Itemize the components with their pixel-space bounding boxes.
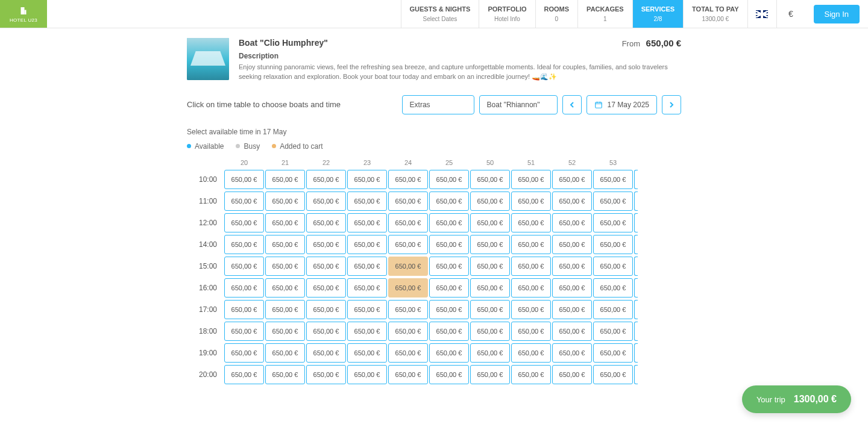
time-slot[interactable]: 650,00 € [224, 278, 264, 298]
time-slot[interactable]: 650,00 € [511, 278, 551, 298]
time-slot[interactable]: 650,00 € [388, 278, 428, 298]
overflow-slot[interactable] [634, 235, 638, 254]
time-slot[interactable]: 650,00 € [552, 235, 592, 254]
language-selector[interactable] [747, 0, 776, 28]
time-slot[interactable]: 650,00 € [511, 235, 551, 254]
boat-select[interactable]: Boat "Rhiannon" [479, 95, 558, 114]
time-slot[interactable]: 650,00 € [388, 257, 428, 276]
time-slot[interactable]: 650,00 € [593, 170, 633, 189]
time-slot[interactable]: 650,00 € [429, 192, 469, 211]
time-slot[interactable]: 650,00 € [552, 300, 592, 319]
time-slot[interactable]: 650,00 € [470, 257, 510, 276]
time-slot[interactable]: 650,00 € [265, 213, 305, 232]
nav-item-0[interactable]: GUESTS & NIGHTSSelect Dates [401, 0, 479, 28]
time-slot[interactable]: 650,00 € [224, 213, 264, 232]
time-slot[interactable]: 650,00 € [593, 235, 633, 254]
overflow-slot[interactable] [634, 343, 638, 363]
extras-select[interactable]: Extras [402, 95, 474, 114]
time-slot[interactable]: 650,00 € [470, 343, 510, 363]
time-slot[interactable]: 650,00 € [224, 322, 264, 341]
time-slot[interactable]: 650,00 € [306, 322, 346, 341]
time-slot[interactable]: 650,00 € [306, 235, 346, 254]
time-slot[interactable]: 650,00 € [552, 170, 592, 189]
date-prev-button[interactable] [562, 95, 582, 114]
overflow-slot[interactable] [634, 322, 638, 341]
time-slot[interactable]: 650,00 € [552, 322, 592, 341]
time-slot[interactable]: 650,00 € [470, 170, 510, 189]
trip-summary-pill[interactable]: Your trip 1300,00 € [742, 385, 851, 413]
time-slot[interactable]: 650,00 € [306, 300, 346, 319]
time-slot[interactable]: 650,00 € [470, 192, 510, 211]
time-slot[interactable]: 650,00 € [511, 213, 551, 232]
time-slot[interactable]: 650,00 € [265, 235, 305, 254]
time-slot[interactable]: 650,00 € [347, 192, 387, 211]
time-slot[interactable]: 650,00 € [224, 300, 264, 319]
time-slot[interactable]: 650,00 € [388, 343, 428, 363]
time-slot[interactable]: 650,00 € [552, 257, 592, 276]
time-slot[interactable]: 650,00 € [552, 192, 592, 211]
time-slot[interactable]: 650,00 € [265, 278, 305, 298]
time-slot[interactable]: 650,00 € [224, 192, 264, 211]
nav-item-3[interactable]: PACKAGES1 [577, 0, 632, 28]
overflow-slot[interactable] [634, 257, 638, 276]
time-slot[interactable]: 650,00 € [388, 213, 428, 232]
time-slot[interactable]: 650,00 € [511, 343, 551, 363]
time-slot[interactable]: 650,00 € [552, 278, 592, 298]
time-slot[interactable]: 650,00 € [429, 322, 469, 341]
time-slot[interactable]: 650,00 € [306, 365, 346, 384]
nav-item-1[interactable]: PORTFOLIOHotel Info [479, 0, 535, 28]
time-slot[interactable]: 650,00 € [388, 365, 428, 384]
time-slot[interactable]: 650,00 € [224, 170, 264, 189]
time-slot[interactable]: 650,00 € [511, 322, 551, 341]
overflow-slot[interactable] [634, 278, 638, 298]
overflow-slot[interactable] [634, 170, 638, 189]
time-slot[interactable]: 650,00 € [593, 365, 633, 384]
time-slot[interactable]: 650,00 € [593, 300, 633, 319]
time-slot[interactable]: 650,00 € [470, 278, 510, 298]
time-slot[interactable]: 650,00 € [429, 365, 469, 384]
time-slot[interactable]: 650,00 € [265, 343, 305, 363]
boat-thumbnail[interactable] [187, 38, 229, 80]
time-slot[interactable]: 650,00 € [429, 170, 469, 189]
overflow-slot[interactable] [634, 192, 638, 211]
time-slot[interactable]: 650,00 € [388, 300, 428, 319]
overflow-slot[interactable] [634, 365, 638, 384]
nav-item-2[interactable]: ROOMS0 [535, 0, 578, 28]
time-slot[interactable]: 650,00 € [593, 213, 633, 232]
time-slot[interactable]: 650,00 € [552, 365, 592, 384]
time-slot[interactable]: 650,00 € [470, 365, 510, 384]
nav-item-5[interactable]: TOTAL TO PAY1300,00 € [683, 0, 747, 28]
time-slot[interactable]: 650,00 € [306, 213, 346, 232]
time-slot[interactable]: 650,00 € [224, 343, 264, 363]
time-slot[interactable]: 650,00 € [511, 257, 551, 276]
time-slot[interactable]: 650,00 € [470, 213, 510, 232]
time-slot[interactable]: 650,00 € [347, 257, 387, 276]
overflow-slot[interactable] [634, 213, 638, 232]
time-slot[interactable]: 650,00 € [347, 300, 387, 319]
time-slot[interactable]: 650,00 € [470, 235, 510, 254]
time-slot[interactable]: 650,00 € [224, 235, 264, 254]
time-slot[interactable]: 650,00 € [552, 213, 592, 232]
time-slot[interactable]: 650,00 € [265, 170, 305, 189]
time-slot[interactable]: 650,00 € [347, 365, 387, 384]
time-slot[interactable]: 650,00 € [224, 365, 264, 384]
time-slot[interactable]: 650,00 € [306, 257, 346, 276]
time-slot[interactable]: 650,00 € [347, 322, 387, 341]
time-slot[interactable]: 650,00 € [429, 257, 469, 276]
time-slot[interactable]: 650,00 € [429, 278, 469, 298]
nav-item-4[interactable]: SERVICES2/8 [632, 0, 683, 28]
time-slot[interactable]: 650,00 € [511, 365, 551, 384]
time-slot[interactable]: 650,00 € [593, 278, 633, 298]
time-slot[interactable]: 650,00 € [306, 343, 346, 363]
date-picker[interactable]: 17 May 2025 [587, 95, 657, 114]
time-slot[interactable]: 650,00 € [347, 235, 387, 254]
time-slot[interactable]: 650,00 € [429, 300, 469, 319]
time-slot[interactable]: 650,00 € [306, 170, 346, 189]
time-slot[interactable]: 650,00 € [552, 343, 592, 363]
time-slot[interactable]: 650,00 € [347, 278, 387, 298]
time-slot[interactable]: 650,00 € [224, 257, 264, 276]
time-slot[interactable]: 650,00 € [511, 300, 551, 319]
time-slot[interactable]: 650,00 € [347, 213, 387, 232]
time-slot[interactable]: 650,00 € [265, 192, 305, 211]
date-next-button[interactable] [662, 95, 681, 114]
